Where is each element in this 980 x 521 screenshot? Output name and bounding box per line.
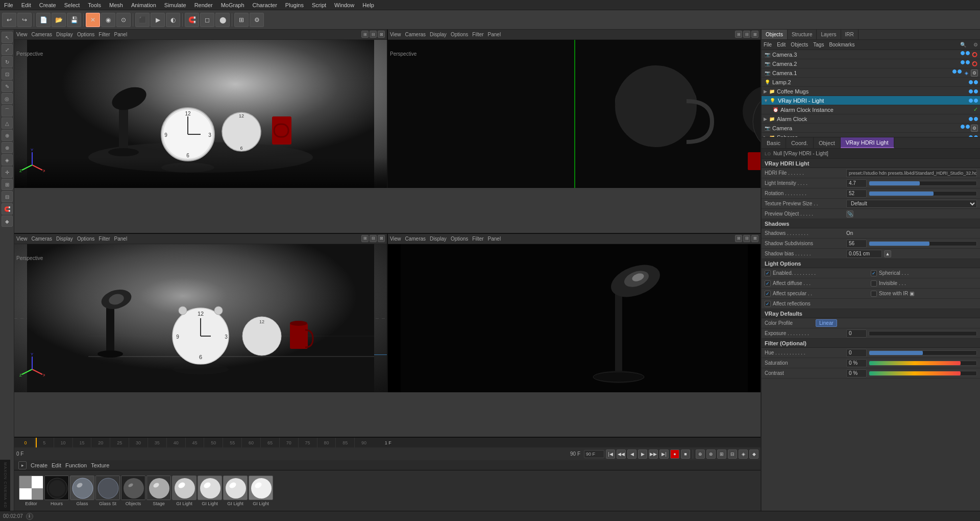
viewport-top-right[interactable]: View Cameras Display Options Filter Pane…	[388, 30, 761, 188]
hue-input[interactable]	[846, 349, 867, 357]
rotation-slider[interactable]	[869, 191, 977, 196]
menu-mograph[interactable]: MoGraph	[220, 2, 246, 8]
vp-tl-label-filter[interactable]: Filter	[99, 32, 110, 37]
lamp2-render-dot[interactable]	[974, 80, 978, 84]
vray-hdri-vis-dot[interactable]	[969, 99, 973, 103]
vp-bl-label-filter[interactable]: Filter	[99, 236, 110, 242]
material-hours[interactable]: Hours	[44, 476, 69, 506]
vp-tl-split-h[interactable]: ⊟	[370, 31, 377, 38]
tick-25[interactable]: 25	[110, 438, 129, 447]
texture-preview-select[interactable]: Default	[846, 200, 977, 208]
rotation-input[interactable]	[846, 190, 867, 198]
viewport-top-left[interactable]: View Cameras Display Options Filter Pane…	[14, 30, 388, 188]
tick-5[interactable]: 5	[35, 438, 54, 447]
vp-bl-split-h[interactable]: ⊟	[370, 235, 377, 242]
tick-75[interactable]: 75	[298, 438, 317, 447]
camera1-render-dot[interactable]	[958, 69, 962, 74]
menu-create[interactable]: Create	[38, 2, 57, 8]
camera2-render-dot[interactable]	[966, 60, 970, 64]
select-tool[interactable]: ↖	[2, 32, 13, 43]
tick-90[interactable]: 90	[354, 438, 373, 447]
vp-br-label-filter[interactable]: Filter	[472, 236, 483, 242]
obj-alarm-clock-instance[interactable]: ⏰ Alarm Clock Instance ✓	[762, 105, 980, 114]
xray-btn[interactable]: ◻	[200, 13, 214, 27]
hdri-path-display[interactable]: preset://studio hdn presets.lib4d/Standa…	[846, 169, 977, 177]
vp-bl-label-display[interactable]: Display	[56, 236, 73, 242]
store-ir-check[interactable]	[871, 291, 877, 297]
vp-br-label-options[interactable]: Options	[451, 236, 468, 242]
menu-file[interactable]: File	[3, 2, 14, 8]
magnet-tool[interactable]: 🧲	[2, 203, 13, 215]
vp-bl-label-panel[interactable]: Panel	[114, 236, 128, 242]
axis-tool[interactable]: ✛	[2, 167, 13, 178]
render-region-btn[interactable]: ⬛	[135, 13, 150, 27]
tab-layers[interactable]: Layers	[817, 30, 841, 39]
mat-menu-create[interactable]: Create	[31, 462, 47, 468]
material-glass[interactable]: Glass	[69, 476, 95, 506]
rp-search-icon[interactable]: 🔍	[960, 42, 966, 48]
rp-menu-edit[interactable]: Edit	[777, 42, 786, 48]
rp-menu-objects[interactable]: Objects	[791, 42, 808, 48]
mat-menu-edit[interactable]: Edit	[52, 462, 61, 468]
obj-camera1[interactable]: 📷 Camera.1 ◈ ⚙	[762, 68, 980, 78]
alarm-clock-vis-dot[interactable]	[969, 117, 973, 121]
tl-extra4[interactable]: ⊟	[728, 449, 737, 459]
sculpt-tool[interactable]: ◆	[2, 216, 13, 227]
spheres-render-dot[interactable]	[974, 135, 978, 137]
prop-tab-coord[interactable]: Coord.	[786, 137, 814, 148]
material-gi1[interactable]: GI Light	[172, 476, 197, 506]
tl-extra5[interactable]: ◈	[739, 449, 748, 459]
vp-tr-maximize[interactable]: ⊞	[735, 31, 742, 38]
shadow-subdiv-input[interactable]	[846, 240, 867, 248]
mat-menu-texture[interactable]: Texture	[91, 462, 109, 468]
material-gi4[interactable]: GI Light	[248, 476, 274, 506]
shadow-bias-input[interactable]	[846, 250, 882, 258]
vp-br-label-panel[interactable]: Panel	[488, 236, 501, 242]
spheres-arrow[interactable]: ▶	[764, 135, 767, 137]
light-intensity-slider[interactable]	[869, 181, 977, 186]
camera-settings[interactable]: ⚙	[971, 125, 978, 132]
tick-70[interactable]: 70	[279, 438, 298, 447]
next-btn[interactable]: ▶▶	[649, 449, 658, 459]
invisible-check[interactable]	[871, 280, 877, 287]
brush-tool[interactable]: ⊞	[2, 179, 13, 190]
tick-85[interactable]: 85	[335, 438, 354, 447]
properties-scroll[interactable]: VRay HDRI Light HDRI File . . . . . . pr…	[762, 159, 980, 511]
menu-plugins[interactable]: Plugins	[284, 2, 305, 8]
coffee-mugs-arrow[interactable]: ▶	[764, 89, 767, 94]
vp-tr-label-display[interactable]: Display	[430, 32, 447, 37]
menu-render[interactable]: Render	[193, 2, 214, 8]
vp-br-split-h[interactable]: ⊟	[743, 235, 750, 242]
vp-tr-split-v[interactable]: ⊠	[751, 31, 758, 38]
solo-btn[interactable]: ⬤	[215, 13, 230, 27]
exposure-input[interactable]	[846, 329, 867, 338]
tl-extra1[interactable]: ⊕	[696, 449, 705, 459]
save-btn[interactable]: 💾	[67, 13, 81, 27]
obj-camera3[interactable]: 📷 Camera.3 ⭕	[762, 50, 980, 59]
vp-tr-label-filter[interactable]: Filter	[472, 32, 483, 37]
ipr-btn[interactable]: ◐	[166, 13, 180, 27]
spheres-vis-dot[interactable]	[969, 135, 973, 137]
config-btn[interactable]: ⚙	[250, 13, 264, 27]
tick-55[interactable]: 55	[223, 438, 241, 447]
viewport-bottom-right[interactable]: View Cameras Display Options Filter Pane…	[388, 234, 761, 392]
tab-structure[interactable]: Structure	[788, 30, 817, 39]
vp-tl-maximize[interactable]: ⊞	[361, 31, 369, 38]
snap-btn[interactable]: 🧲	[185, 13, 199, 27]
obj-alarm-clock[interactable]: ▶ 📁 Alarm Clock	[762, 114, 980, 124]
vray-hdri-render-dot[interactable]	[974, 99, 978, 103]
go-end-btn[interactable]: ▶|	[659, 449, 669, 459]
paint-tool[interactable]: ✎	[2, 81, 13, 92]
camera1-vis-dot[interactable]	[952, 69, 957, 74]
vp-br-label-view[interactable]: View	[390, 236, 401, 242]
vp-bl-split-v[interactable]: ⊠	[378, 235, 385, 242]
preview-object-btn[interactable]: 📎	[846, 210, 853, 218]
scale-btn[interactable]: ⊙	[116, 13, 131, 27]
menu-simulate[interactable]: Simulate	[163, 2, 187, 8]
enabled-check[interactable]: ✓	[765, 270, 771, 276]
vp-bl-maximize[interactable]: ⊞	[361, 235, 369, 242]
poly-tool[interactable]: △	[2, 117, 13, 129]
play-btn[interactable]: ▶	[638, 449, 647, 459]
menu-script[interactable]: Script	[311, 2, 327, 8]
move-btn[interactable]: ✕	[86, 13, 100, 27]
